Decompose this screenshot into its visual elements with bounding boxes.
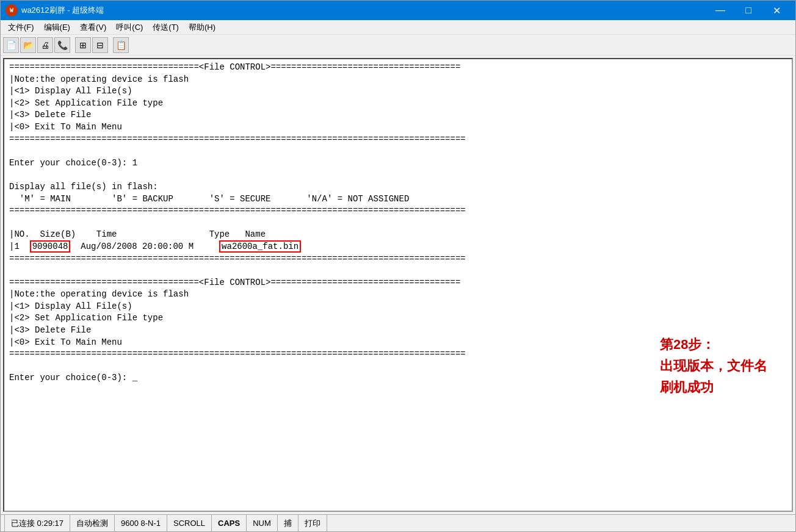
terminal-text: =====================================<Fi… [9,62,787,384]
toolbar: 📄 📂 🖨 📞 ⊞ ⊟ 📋 [1,35,795,56]
main-window: W wa2612刷胖 - 超级终端 — □ ✕ 文件(F) 编辑(E) 查看(V… [0,0,796,532]
status-baud: 9600 8-N-1 [115,515,167,531]
close-button[interactable]: ✕ [762,1,791,20]
print-button[interactable]: 🖨 [37,37,53,53]
name-highlight: wa2600a_fat.bin [219,240,301,253]
menu-edit[interactable]: 编辑(E) [39,21,75,34]
minimize-button[interactable]: — [706,1,734,20]
status-print: 打印 [298,515,327,531]
toolbar-btn5[interactable]: ⊞ [75,37,91,53]
terminal-window[interactable]: =====================================<Fi… [3,58,793,512]
menu-bar: 文件(F) 编辑(E) 查看(V) 呼叫(C) 传送(T) 帮助(H) [1,20,795,35]
title-bar: W wa2612刷胖 - 超级终端 — □ ✕ [1,1,795,20]
maximize-button[interactable]: □ [734,1,762,20]
phone-button[interactable]: 📞 [54,37,70,53]
size-highlight: 9090048 [30,240,71,253]
status-connection: 已连接 0:29:17 [4,515,70,531]
menu-help[interactable]: 帮助(H) [184,21,220,34]
status-caps: CAPS [212,515,247,531]
window-title: wa2612刷胖 - 超级终端 [21,5,706,16]
menu-view[interactable]: 查看(V) [75,21,111,34]
status-num: NUM [247,515,278,531]
terminal-container: =====================================<Fi… [1,56,795,514]
open-button[interactable]: 📂 [20,37,36,53]
window-controls: — □ ✕ [706,1,791,20]
toolbar-btn6[interactable]: ⊟ [92,37,108,53]
status-bar: 已连接 0:29:17 自动检测 9600 8-N-1 SCROLL CAPS … [1,514,795,531]
status-cap2: 捕 [278,515,298,531]
app-icon: W [5,4,18,16]
menu-call[interactable]: 呼叫(C) [111,21,148,34]
toolbar-btn7[interactable]: 📋 [113,37,129,53]
new-button[interactable]: 📄 [3,37,19,53]
status-auto-detect: 自动检测 [70,515,115,531]
menu-file[interactable]: 文件(F) [3,21,39,34]
status-scroll: SCROLL [167,515,212,531]
menu-transfer[interactable]: 传送(T) [148,21,184,34]
